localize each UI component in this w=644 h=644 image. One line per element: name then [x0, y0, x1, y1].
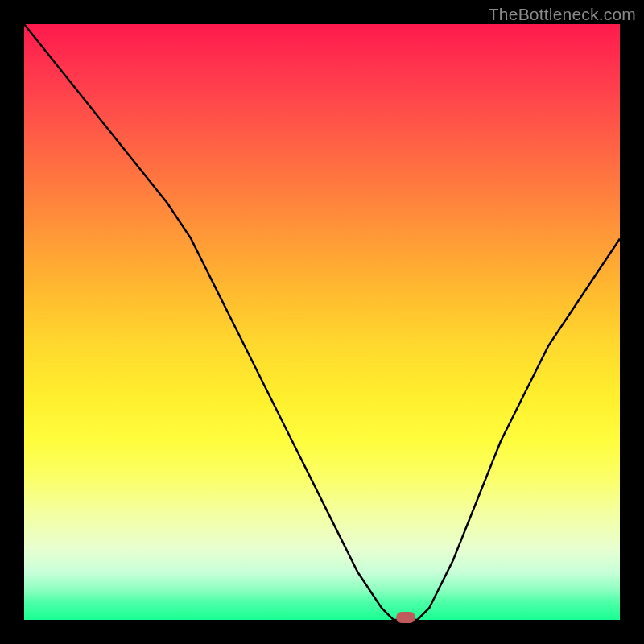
min-marker — [396, 612, 415, 623]
chart-container: TheBottleneck.com — [0, 0, 644, 644]
plot-area — [24, 24, 620, 620]
bottleneck-curve — [24, 24, 620, 620]
watermark-text: TheBottleneck.com — [489, 5, 636, 24]
